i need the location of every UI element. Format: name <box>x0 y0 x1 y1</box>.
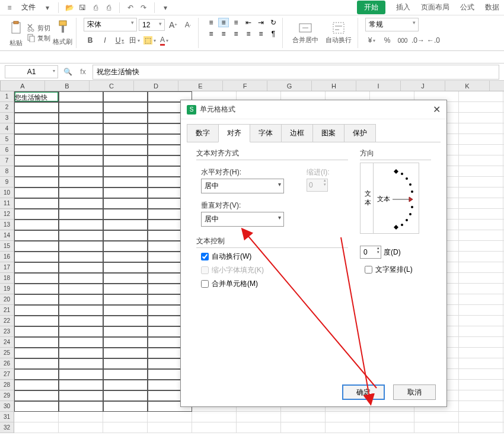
row-header[interactable]: 19 <box>0 284 14 294</box>
cell[interactable] <box>281 412 326 422</box>
cell[interactable] <box>14 134 59 145</box>
cell[interactable] <box>14 316 59 326</box>
cell[interactable] <box>459 166 503 177</box>
cell[interactable] <box>459 305 503 316</box>
cell[interactable] <box>14 369 59 380</box>
formula-input[interactable]: 祝您生活愉快 <box>92 65 499 80</box>
print-icon[interactable]: ⎙ <box>104 3 113 12</box>
cell[interactable] <box>14 241 59 252</box>
cell[interactable] <box>192 422 237 433</box>
fx-icon[interactable]: fx <box>77 68 89 76</box>
paste-button[interactable] <box>7 18 25 37</box>
cell[interactable] <box>459 113 503 123</box>
cell[interactable] <box>14 380 59 390</box>
cell[interactable] <box>192 412 237 422</box>
justify-icon[interactable]: ≡ <box>243 29 254 39</box>
degree-spinner[interactable]: 0 <box>360 246 381 259</box>
cell[interactable] <box>14 422 59 433</box>
cell[interactable] <box>59 198 103 209</box>
cell[interactable] <box>459 358 503 369</box>
column-header[interactable]: F <box>223 81 267 91</box>
cell[interactable] <box>103 262 148 273</box>
cell[interactable] <box>459 134 503 145</box>
tab-font[interactable]: 字体 <box>250 124 282 142</box>
wrap-text-button[interactable]: 自动换行 <box>323 21 354 44</box>
cell[interactable] <box>459 252 503 262</box>
row-header[interactable]: 1 <box>0 91 14 102</box>
cut-button[interactable]: 剪切 <box>27 24 50 33</box>
align-bottom-icon[interactable]: ≡ <box>231 18 241 27</box>
row-header[interactable]: 16 <box>0 252 14 262</box>
cell[interactable] <box>370 422 414 433</box>
cell[interactable] <box>459 294 503 305</box>
row-header[interactable]: 4 <box>0 123 14 134</box>
cell[interactable] <box>103 316 148 326</box>
cell[interactable] <box>59 209 103 220</box>
cell[interactable]: 您生活愉快 <box>14 91 59 102</box>
cell[interactable] <box>59 326 103 337</box>
cell[interactable] <box>103 134 148 145</box>
row-header[interactable]: 25 <box>0 348 14 358</box>
cell[interactable] <box>14 187 59 198</box>
cell[interactable] <box>59 241 103 252</box>
cancel-button[interactable]: 取消 <box>393 384 436 400</box>
cell[interactable] <box>14 305 59 316</box>
column-header[interactable]: D <box>134 81 178 91</box>
row-header[interactable]: 5 <box>0 134 14 145</box>
cell[interactable] <box>326 412 370 422</box>
cell[interactable] <box>59 412 103 422</box>
cell[interactable] <box>59 166 103 177</box>
font-size-select[interactable]: 12 <box>139 19 165 31</box>
cell[interactable] <box>59 123 103 134</box>
cell[interactable] <box>59 177 103 187</box>
cell[interactable] <box>59 220 103 230</box>
tab-insert[interactable]: 插入 <box>396 2 410 12</box>
cell[interactable] <box>326 422 370 433</box>
cell[interactable] <box>14 230 59 241</box>
row-header[interactable]: 6 <box>0 145 14 155</box>
cell[interactable] <box>103 220 148 230</box>
cell[interactable] <box>14 294 59 305</box>
tab-protect[interactable]: 保护 <box>344 124 376 142</box>
row-header[interactable]: 24 <box>0 337 14 348</box>
cell[interactable] <box>459 337 503 348</box>
cell[interactable] <box>14 102 59 113</box>
tab-align[interactable]: 对齐 <box>218 124 250 142</box>
cell[interactable] <box>14 412 59 422</box>
cell[interactable] <box>103 294 148 305</box>
cell[interactable] <box>459 91 503 102</box>
cell[interactable] <box>59 305 103 316</box>
cell[interactable] <box>103 326 148 337</box>
column-header[interactable]: C <box>90 81 134 91</box>
tab-start[interactable]: 开始 <box>357 1 385 14</box>
orientation-control[interactable]: 文 本 文本 <box>360 163 419 234</box>
row-header[interactable]: 22 <box>0 316 14 326</box>
row-header[interactable]: 26 <box>0 358 14 369</box>
folder-open-icon[interactable]: 📂 <box>65 3 74 12</box>
row-header[interactable]: 2 <box>0 102 14 113</box>
undo-icon[interactable]: ↶ <box>126 3 135 12</box>
cell[interactable] <box>103 198 148 209</box>
merge-center-button[interactable]: 合并居中 <box>290 21 321 44</box>
cell[interactable] <box>59 273 103 284</box>
find-icon[interactable]: 🔍 <box>62 68 74 76</box>
italic-button[interactable]: I <box>98 34 111 47</box>
cell[interactable] <box>103 177 148 187</box>
cell[interactable] <box>459 326 503 337</box>
cell[interactable] <box>59 294 103 305</box>
h-align-select[interactable]: 居中 <box>201 179 284 193</box>
row-header[interactable]: 20 <box>0 294 14 305</box>
cell[interactable] <box>103 337 148 348</box>
increase-font-icon[interactable]: A+ <box>167 18 180 31</box>
row-header[interactable]: 28 <box>0 380 14 390</box>
cell[interactable] <box>103 284 148 294</box>
comma-icon[interactable]: 000 <box>396 34 409 47</box>
column-header[interactable]: E <box>178 81 223 91</box>
cell[interactable] <box>59 316 103 326</box>
cell[interactable] <box>459 155 503 166</box>
align-middle-icon[interactable]: ≡ <box>218 18 229 27</box>
cell[interactable] <box>103 401 148 412</box>
cell[interactable] <box>59 252 103 262</box>
cell[interactable] <box>59 369 103 380</box>
cell[interactable] <box>370 412 414 422</box>
